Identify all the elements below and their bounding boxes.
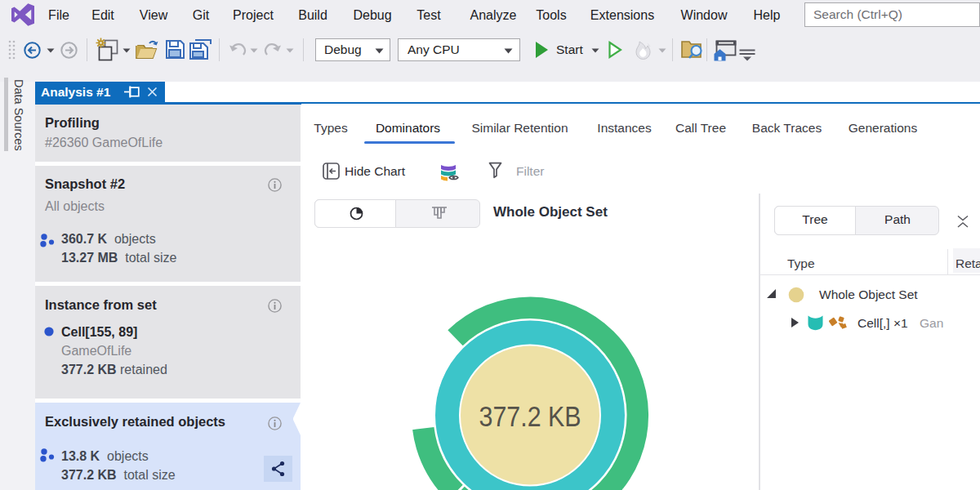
svg-text:377.2 KB: 377.2 KB	[479, 401, 581, 432]
